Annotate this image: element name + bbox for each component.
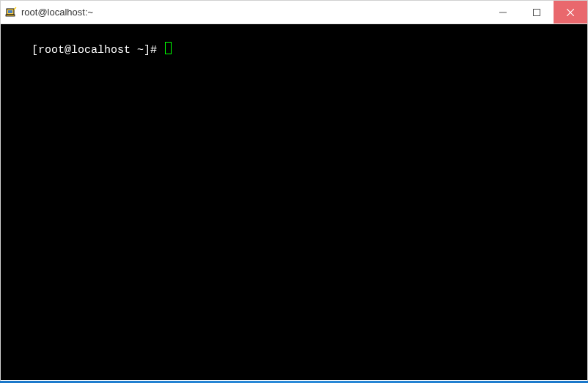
titlebar-left: root@localhost:~ [1, 7, 486, 18]
maximize-button[interactable] [520, 1, 554, 23]
svg-rect-1 [8, 10, 12, 13]
svg-rect-2 [6, 15, 15, 16]
prompt-line: [root@localhost ~]# [5, 27, 583, 73]
window-titlebar[interactable]: root@localhost:~ [1, 1, 587, 24]
terminal-area[interactable]: [root@localhost ~]# [1, 24, 587, 380]
close-button[interactable] [554, 1, 587, 23]
window-controls [486, 1, 587, 23]
shell-prompt: [root@localhost ~]# [32, 44, 163, 56]
minimize-button[interactable] [486, 1, 520, 23]
window-title: root@localhost:~ [21, 7, 93, 18]
terminal-cursor-icon [165, 42, 172, 54]
svg-rect-5 [534, 9, 540, 15]
putty-app-icon [5, 7, 17, 18]
